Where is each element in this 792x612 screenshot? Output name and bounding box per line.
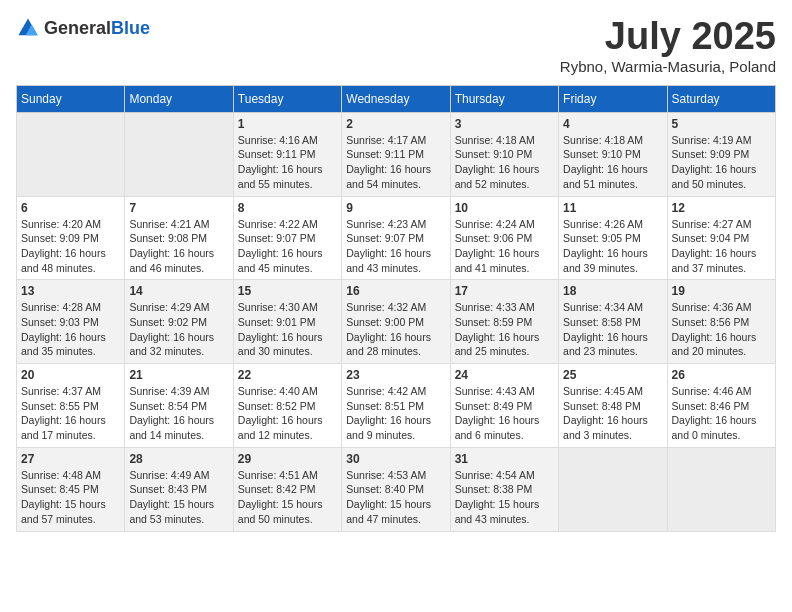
weekday-header: Wednesday xyxy=(342,85,450,112)
day-info: Sunrise: 4:26 AM Sunset: 9:05 PM Dayligh… xyxy=(563,217,662,276)
calendar-cell xyxy=(667,447,775,531)
day-number: 28 xyxy=(129,452,228,466)
calendar-cell: 28Sunrise: 4:49 AM Sunset: 8:43 PM Dayli… xyxy=(125,447,233,531)
day-number: 25 xyxy=(563,368,662,382)
day-number: 19 xyxy=(672,284,771,298)
day-number: 15 xyxy=(238,284,337,298)
calendar-week-row: 27Sunrise: 4:48 AM Sunset: 8:45 PM Dayli… xyxy=(17,447,776,531)
calendar-cell: 10Sunrise: 4:24 AM Sunset: 9:06 PM Dayli… xyxy=(450,196,558,280)
calendar-table: SundayMondayTuesdayWednesdayThursdayFrid… xyxy=(16,85,776,532)
day-info: Sunrise: 4:33 AM Sunset: 8:59 PM Dayligh… xyxy=(455,300,554,359)
day-number: 31 xyxy=(455,452,554,466)
day-info: Sunrise: 4:20 AM Sunset: 9:09 PM Dayligh… xyxy=(21,217,120,276)
day-info: Sunrise: 4:39 AM Sunset: 8:54 PM Dayligh… xyxy=(129,384,228,443)
day-number: 17 xyxy=(455,284,554,298)
calendar-cell: 29Sunrise: 4:51 AM Sunset: 8:42 PM Dayli… xyxy=(233,447,341,531)
day-info: Sunrise: 4:53 AM Sunset: 8:40 PM Dayligh… xyxy=(346,468,445,527)
calendar-cell: 26Sunrise: 4:46 AM Sunset: 8:46 PM Dayli… xyxy=(667,364,775,448)
calendar-cell: 2Sunrise: 4:17 AM Sunset: 9:11 PM Daylig… xyxy=(342,112,450,196)
day-number: 1 xyxy=(238,117,337,131)
day-number: 5 xyxy=(672,117,771,131)
day-info: Sunrise: 4:37 AM Sunset: 8:55 PM Dayligh… xyxy=(21,384,120,443)
weekday-header: Friday xyxy=(559,85,667,112)
day-number: 27 xyxy=(21,452,120,466)
calendar-week-row: 13Sunrise: 4:28 AM Sunset: 9:03 PM Dayli… xyxy=(17,280,776,364)
calendar-cell xyxy=(125,112,233,196)
calendar-cell: 14Sunrise: 4:29 AM Sunset: 9:02 PM Dayli… xyxy=(125,280,233,364)
calendar-cell: 15Sunrise: 4:30 AM Sunset: 9:01 PM Dayli… xyxy=(233,280,341,364)
day-info: Sunrise: 4:54 AM Sunset: 8:38 PM Dayligh… xyxy=(455,468,554,527)
calendar-cell: 20Sunrise: 4:37 AM Sunset: 8:55 PM Dayli… xyxy=(17,364,125,448)
day-number: 22 xyxy=(238,368,337,382)
location-title: Rybno, Warmia-Masuria, Poland xyxy=(560,58,776,75)
weekday-header: Sunday xyxy=(17,85,125,112)
day-number: 18 xyxy=(563,284,662,298)
day-number: 3 xyxy=(455,117,554,131)
day-info: Sunrise: 4:28 AM Sunset: 9:03 PM Dayligh… xyxy=(21,300,120,359)
calendar-cell: 17Sunrise: 4:33 AM Sunset: 8:59 PM Dayli… xyxy=(450,280,558,364)
weekday-header: Tuesday xyxy=(233,85,341,112)
day-info: Sunrise: 4:32 AM Sunset: 9:00 PM Dayligh… xyxy=(346,300,445,359)
day-number: 4 xyxy=(563,117,662,131)
day-info: Sunrise: 4:40 AM Sunset: 8:52 PM Dayligh… xyxy=(238,384,337,443)
calendar-header-row: SundayMondayTuesdayWednesdayThursdayFrid… xyxy=(17,85,776,112)
day-number: 29 xyxy=(238,452,337,466)
calendar-cell: 18Sunrise: 4:34 AM Sunset: 8:58 PM Dayli… xyxy=(559,280,667,364)
calendar-cell: 11Sunrise: 4:26 AM Sunset: 9:05 PM Dayli… xyxy=(559,196,667,280)
day-number: 21 xyxy=(129,368,228,382)
calendar-cell: 8Sunrise: 4:22 AM Sunset: 9:07 PM Daylig… xyxy=(233,196,341,280)
day-info: Sunrise: 4:17 AM Sunset: 9:11 PM Dayligh… xyxy=(346,133,445,192)
weekday-header: Thursday xyxy=(450,85,558,112)
calendar-cell: 22Sunrise: 4:40 AM Sunset: 8:52 PM Dayli… xyxy=(233,364,341,448)
day-number: 12 xyxy=(672,201,771,215)
logo: GeneralBlue xyxy=(16,16,150,40)
day-info: Sunrise: 4:27 AM Sunset: 9:04 PM Dayligh… xyxy=(672,217,771,276)
day-info: Sunrise: 4:43 AM Sunset: 8:49 PM Dayligh… xyxy=(455,384,554,443)
day-info: Sunrise: 4:45 AM Sunset: 8:48 PM Dayligh… xyxy=(563,384,662,443)
calendar-week-row: 6Sunrise: 4:20 AM Sunset: 9:09 PM Daylig… xyxy=(17,196,776,280)
calendar-cell: 25Sunrise: 4:45 AM Sunset: 8:48 PM Dayli… xyxy=(559,364,667,448)
month-title: July 2025 xyxy=(560,16,776,58)
calendar-week-row: 1Sunrise: 4:16 AM Sunset: 9:11 PM Daylig… xyxy=(17,112,776,196)
day-info: Sunrise: 4:18 AM Sunset: 9:10 PM Dayligh… xyxy=(455,133,554,192)
calendar-cell xyxy=(559,447,667,531)
day-number: 13 xyxy=(21,284,120,298)
day-info: Sunrise: 4:16 AM Sunset: 9:11 PM Dayligh… xyxy=(238,133,337,192)
day-info: Sunrise: 4:48 AM Sunset: 8:45 PM Dayligh… xyxy=(21,468,120,527)
page-header: GeneralBlue July 2025 Rybno, Warmia-Masu… xyxy=(16,16,776,75)
day-info: Sunrise: 4:18 AM Sunset: 9:10 PM Dayligh… xyxy=(563,133,662,192)
day-info: Sunrise: 4:21 AM Sunset: 9:08 PM Dayligh… xyxy=(129,217,228,276)
day-info: Sunrise: 4:42 AM Sunset: 8:51 PM Dayligh… xyxy=(346,384,445,443)
day-info: Sunrise: 4:23 AM Sunset: 9:07 PM Dayligh… xyxy=(346,217,445,276)
calendar-cell: 9Sunrise: 4:23 AM Sunset: 9:07 PM Daylig… xyxy=(342,196,450,280)
calendar-cell: 6Sunrise: 4:20 AM Sunset: 9:09 PM Daylig… xyxy=(17,196,125,280)
calendar-cell: 12Sunrise: 4:27 AM Sunset: 9:04 PM Dayli… xyxy=(667,196,775,280)
calendar-cell: 24Sunrise: 4:43 AM Sunset: 8:49 PM Dayli… xyxy=(450,364,558,448)
logo-blue-text: Blue xyxy=(111,18,150,38)
day-info: Sunrise: 4:24 AM Sunset: 9:06 PM Dayligh… xyxy=(455,217,554,276)
day-info: Sunrise: 4:34 AM Sunset: 8:58 PM Dayligh… xyxy=(563,300,662,359)
day-number: 9 xyxy=(346,201,445,215)
calendar-cell: 3Sunrise: 4:18 AM Sunset: 9:10 PM Daylig… xyxy=(450,112,558,196)
day-number: 11 xyxy=(563,201,662,215)
calendar-week-row: 20Sunrise: 4:37 AM Sunset: 8:55 PM Dayli… xyxy=(17,364,776,448)
calendar-cell: 4Sunrise: 4:18 AM Sunset: 9:10 PM Daylig… xyxy=(559,112,667,196)
day-info: Sunrise: 4:49 AM Sunset: 8:43 PM Dayligh… xyxy=(129,468,228,527)
calendar-cell: 7Sunrise: 4:21 AM Sunset: 9:08 PM Daylig… xyxy=(125,196,233,280)
day-number: 23 xyxy=(346,368,445,382)
logo-icon xyxy=(16,16,40,40)
weekday-header: Monday xyxy=(125,85,233,112)
calendar-cell: 1Sunrise: 4:16 AM Sunset: 9:11 PM Daylig… xyxy=(233,112,341,196)
day-info: Sunrise: 4:30 AM Sunset: 9:01 PM Dayligh… xyxy=(238,300,337,359)
calendar-cell xyxy=(17,112,125,196)
day-info: Sunrise: 4:29 AM Sunset: 9:02 PM Dayligh… xyxy=(129,300,228,359)
day-info: Sunrise: 4:22 AM Sunset: 9:07 PM Dayligh… xyxy=(238,217,337,276)
day-number: 26 xyxy=(672,368,771,382)
day-number: 24 xyxy=(455,368,554,382)
day-number: 6 xyxy=(21,201,120,215)
calendar-cell: 5Sunrise: 4:19 AM Sunset: 9:09 PM Daylig… xyxy=(667,112,775,196)
day-number: 7 xyxy=(129,201,228,215)
weekday-header: Saturday xyxy=(667,85,775,112)
day-number: 2 xyxy=(346,117,445,131)
day-info: Sunrise: 4:46 AM Sunset: 8:46 PM Dayligh… xyxy=(672,384,771,443)
